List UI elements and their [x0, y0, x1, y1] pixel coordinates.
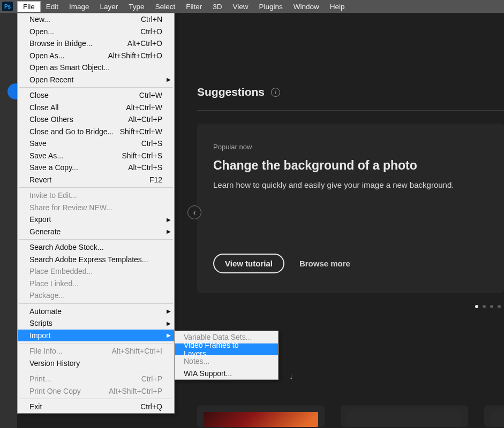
- menubar-item-window[interactable]: Window: [288, 1, 325, 12]
- menubar: Ps FileEditImageLayerTypeSelectFilter3DV…: [0, 0, 504, 13]
- import-submenu: Variable Data Sets...Video Frames to Lay…: [175, 331, 279, 380]
- menu-item-place-embedded[interactable]: Place Embedded...: [18, 265, 174, 278]
- menu-item-share-for-review-new[interactable]: Share for Review NEW...: [18, 202, 174, 214]
- menu-separator: [19, 239, 173, 240]
- menu-item-print-one-copy[interactable]: Print One CopyAlt+Shift+Ctrl+P: [18, 385, 174, 398]
- menu-item-save[interactable]: SaveCtrl+S: [18, 137, 174, 150]
- suggestions-panel: Suggestions i Popular now Change the bac…: [197, 86, 504, 293]
- chevron-right-icon: ▶: [167, 77, 171, 82]
- menu-item-open-as-smart-object[interactable]: Open as Smart Object...: [18, 62, 174, 74]
- chevron-right-icon: ▶: [167, 217, 171, 223]
- suggestion-card: Popular now Change the background of a p…: [197, 124, 504, 293]
- menu-item-exit[interactable]: ExitCtrl+Q: [18, 401, 174, 413]
- menu-item-open-as[interactable]: Open As...Alt+Shift+Ctrl+O: [18, 50, 174, 62]
- menu-item-invite-to-edit[interactable]: Invite to Edit...: [18, 189, 174, 202]
- menubar-item-help[interactable]: Help: [325, 1, 350, 12]
- prev-arrow-button[interactable]: ‹: [187, 205, 201, 219]
- carousel-dot[interactable]: [475, 305, 478, 308]
- app-icon: Ps: [2, 2, 13, 11]
- sort-icon[interactable]: ↓: [289, 371, 294, 380]
- recent-thumbnail[interactable]: [341, 406, 468, 427]
- submenu-item-video-frames-to-layers[interactable]: Video Frames to Layers...: [175, 343, 278, 356]
- menu-item-print[interactable]: Print...Ctrl+P: [18, 373, 174, 385]
- menubar-item-type[interactable]: Type: [123, 1, 149, 12]
- submenu-item-wia-support[interactable]: WIA Support...: [175, 368, 278, 380]
- menu-item-new[interactable]: New...Ctrl+N: [18, 13, 174, 26]
- menu-item-search-adobe-stock[interactable]: Search Adobe Stock...: [18, 241, 174, 254]
- menu-item-file-info[interactable]: File Info...Alt+Shift+Ctrl+I: [18, 345, 174, 357]
- left-sidebar: [0, 13, 17, 428]
- chevron-right-icon: ▶: [167, 332, 171, 338]
- menu-item-package[interactable]: Package...: [18, 289, 174, 302]
- menu-item-export[interactable]: Export▶: [18, 213, 174, 226]
- menu-item-search-adobe-express-templates[interactable]: Search Adobe Express Templates...: [18, 254, 174, 266]
- menubar-item-edit[interactable]: Edit: [41, 1, 64, 12]
- menu-item-automate[interactable]: Automate▶: [18, 305, 174, 318]
- menubar-item-plugins[interactable]: Plugins: [253, 1, 288, 12]
- menu-item-import[interactable]: Import▶: [18, 330, 174, 342]
- menu-separator: [19, 371, 173, 371]
- info-icon[interactable]: i: [271, 88, 280, 97]
- chevron-right-icon: ▶: [167, 228, 171, 234]
- recent-thumbnail[interactable]: [484, 406, 504, 427]
- carousel-dots: [475, 305, 501, 308]
- menu-separator: [19, 343, 173, 343]
- menu-item-scripts[interactable]: Scripts▶: [18, 317, 174, 330]
- menubar-item-3d[interactable]: 3D: [207, 1, 227, 12]
- menu-item-place-linked[interactable]: Place Linked...: [18, 278, 174, 290]
- menu-item-save-a-copy[interactable]: Save a Copy...Alt+Ctrl+S: [18, 162, 174, 174]
- chevron-right-icon: ▶: [167, 320, 171, 326]
- menu-item-generate[interactable]: Generate▶: [18, 226, 174, 238]
- menubar-item-select[interactable]: Select: [150, 1, 181, 12]
- menu-item-close-all[interactable]: Close AllAlt+Ctrl+W: [18, 102, 174, 114]
- menu-item-open-recent[interactable]: Open Recent▶: [18, 74, 174, 86]
- menu-item-open[interactable]: Open...Ctrl+O: [18, 26, 174, 38]
- menubar-item-image[interactable]: Image: [64, 1, 95, 12]
- menu-item-close-and-go-to-bridge[interactable]: Close and Go to Bridge...Shift+Ctrl+W: [18, 126, 174, 138]
- menu-item-close-others[interactable]: Close OthersAlt+Ctrl+P: [18, 113, 174, 126]
- menu-item-browse-in-bridge[interactable]: Browse in Bridge...Alt+Ctrl+O: [18, 37, 174, 50]
- chevron-right-icon: ▶: [167, 308, 171, 314]
- menu-separator: [19, 187, 173, 188]
- suggestion-headline: Change the background of a photo: [213, 158, 488, 173]
- popular-now-label: Popular now: [213, 143, 488, 151]
- carousel-dot[interactable]: [498, 305, 501, 308]
- menubar-item-layer[interactable]: Layer: [95, 1, 124, 12]
- menubar-item-view[interactable]: View: [227, 1, 253, 12]
- carousel-dot[interactable]: [490, 305, 493, 308]
- submenu-item-notes[interactable]: Notes...: [175, 355, 278, 368]
- browse-more-link[interactable]: Browse more: [299, 259, 350, 268]
- suggestions-title: Suggestions: [197, 86, 265, 98]
- menu-separator: [19, 303, 173, 304]
- menu-separator: [19, 87, 173, 88]
- carousel-dot[interactable]: [483, 305, 486, 308]
- suggestion-description: Learn how to quickly and easily give you…: [213, 180, 488, 189]
- menu-item-close[interactable]: CloseCtrl+W: [18, 89, 174, 102]
- view-tutorial-button[interactable]: View tutorial: [213, 254, 284, 273]
- menu-separator: [19, 399, 173, 399]
- menu-item-save-as[interactable]: Save As...Shift+Ctrl+S: [18, 150, 174, 162]
- menu-item-revert[interactable]: RevertF12: [18, 174, 174, 186]
- menubar-item-filter[interactable]: Filter: [180, 1, 207, 12]
- file-menu-dropdown: New...Ctrl+NOpen...Ctrl+OBrowse in Bridg…: [17, 13, 175, 414]
- recent-thumbnail[interactable]: [197, 406, 325, 427]
- menubar-item-file[interactable]: File: [17, 1, 41, 12]
- menu-item-version-history[interactable]: Version History: [18, 357, 174, 370]
